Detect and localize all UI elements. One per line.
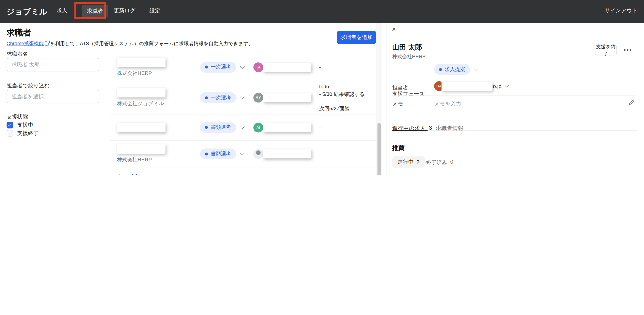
candidate-name-input[interactable] (7, 58, 100, 71)
tab-underline-active (392, 130, 428, 131)
avatar: RY (254, 93, 263, 102)
redacted-name-box (117, 57, 166, 67)
close-icon[interactable]: × (392, 25, 396, 33)
page-title: 求職者 (7, 27, 31, 38)
table-row[interactable]: 株式会社HERP 書類選考 - (110, 140, 378, 167)
chevron-down-icon (240, 64, 244, 68)
nav-tab-jobs[interactable]: 求人 (57, 7, 68, 14)
table-row[interactable]: 株式会社ジョブミル 一次選考 RY todo- 5/30 結果確認する次回5/2… (110, 81, 378, 114)
owner-select-input[interactable] (7, 90, 100, 103)
phase-select[interactable]: 一次選考 (200, 62, 244, 72)
chrome-extension-link[interactable]: Chrome拡張機能 (7, 41, 44, 46)
nav-tab-candidates[interactable]: 求職者 (82, 5, 108, 17)
memo-cell: - (319, 124, 321, 130)
vertical-scrollbar-thumb[interactable] (378, 123, 381, 175)
signout-link[interactable]: サインアウト (605, 7, 637, 14)
end-support-button[interactable]: 支援を終了 (595, 45, 617, 55)
redacted-email-box (442, 82, 492, 91)
pencil-icon[interactable] (629, 99, 634, 105)
memo-input[interactable]: メモを入力 (434, 100, 461, 107)
checkbox-support-closed[interactable]: 支援終了 (7, 130, 38, 137)
memo-cell: todo- 5/30 結果確認する次回5/27面談 (319, 83, 365, 112)
memo-field-label: メモ (392, 100, 403, 107)
candidate-table: 株式会社HERP 一次選考 TA - 株式会社ジョブミル 一次選考 RY tod… (110, 0, 378, 175)
chevron-down-icon (240, 151, 244, 155)
external-link-icon (44, 41, 49, 46)
checkbox-checked-icon (7, 122, 13, 128)
table-row[interactable]: 山田 太郎株式会社HERP 応募承諾 KA todo:5/30面談 (110, 167, 378, 175)
phase-select[interactable]: 書類選考 (200, 122, 244, 133)
panel-candidate-name: 山田 太郎 (392, 43, 422, 52)
avatar: AI (254, 122, 263, 132)
chevron-down-icon (474, 66, 478, 71)
table-row[interactable]: 株式会社HERP 一次選考 TA - (110, 53, 378, 81)
redacted-email-box (263, 123, 311, 132)
owner-field-label: 担当者 (392, 84, 408, 91)
divider (392, 79, 635, 79)
redacted-email-box (263, 93, 311, 102)
redacted-email-box (263, 149, 311, 158)
redacted-name-box (117, 88, 166, 97)
filter-name-label: 求職者名 (7, 50, 28, 58)
panel-candidate-company: 株式会社HERP (392, 53, 426, 60)
chevron-down-icon (240, 124, 244, 129)
redacted-name-box (117, 144, 166, 154)
divider (392, 95, 635, 96)
filter-owner-label: 担当者で絞り込む (7, 82, 50, 89)
phase-select[interactable]: 書類選考 (200, 149, 244, 159)
tab-underline-track (392, 131, 637, 131)
redacted-name-box (117, 123, 166, 132)
chevron-down-icon (240, 94, 244, 99)
avatar-photo (254, 149, 263, 159)
phase-select[interactable]: 一次選考 (200, 92, 244, 103)
filter-in-progress[interactable]: 進行中2 (392, 156, 424, 168)
app-root: ジョブミル 求人 求職者 更新ログ 設定 サインアウト 求職者 Chrome拡張… (0, 0, 644, 175)
filter-closed[interactable]: 終了済み0 (426, 159, 454, 166)
candidate-name-link[interactable]: 山田 太郎 (117, 173, 179, 175)
phase-select[interactable]: 求人提案 (434, 64, 478, 75)
candidate-detail-panel: × 山田 太郎 株式会社HERP 支援を終了 支援フェーズ 求人提案 担当者 H… (386, 23, 644, 175)
app-logo: ジョブミル (7, 6, 48, 17)
memo-cell: - (319, 64, 321, 70)
checkbox-support-active[interactable]: 支援中 (7, 121, 33, 129)
avatar: TA (254, 62, 263, 72)
chevron-down-icon (504, 83, 509, 88)
recommendation-heading: 推薦 (392, 144, 404, 152)
table-row[interactable]: 書類選考 AI - (110, 114, 378, 140)
filter-status-label: 支援状態 (7, 113, 28, 120)
checkbox-unchecked-icon (7, 130, 13, 137)
memo-cell: - (319, 151, 321, 157)
panel-menu-icon[interactable] (624, 49, 631, 51)
owner-select[interactable]: HA o.jp (434, 81, 508, 91)
redacted-email-box (263, 62, 311, 72)
